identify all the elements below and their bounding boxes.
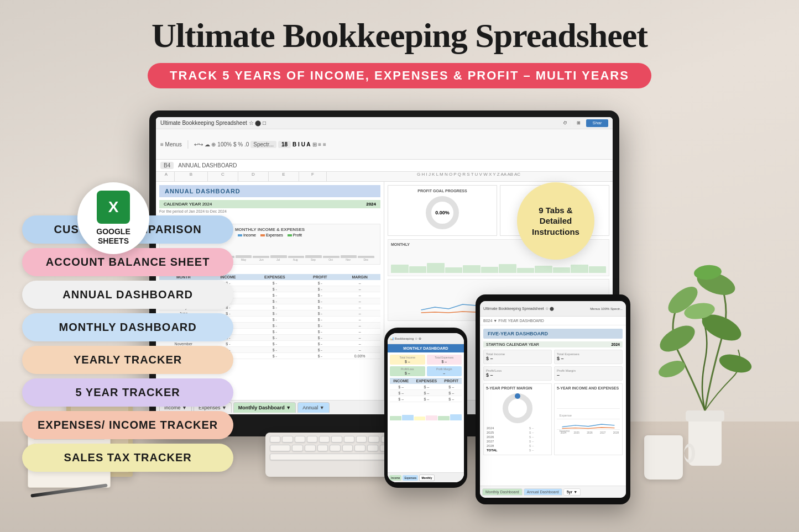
pill-5-year-tracker: 5 YEAR TRACKER (22, 378, 233, 407)
key (270, 445, 290, 451)
svg-text:2025: 2025 (573, 431, 579, 434)
key (305, 445, 316, 451)
tablet-income-expenses-card: 5-YEAR INCOME AND EXPENSES Income Expens… (554, 383, 623, 455)
tab-monthly-dashboard[interactable]: Monthly Dashboard ▼ (233, 402, 296, 413)
svg-text:Expense: Expense (560, 414, 572, 417)
phone-content: Total Income $ – Total Expenses $ – Prof… (388, 352, 464, 472)
phone-screen: 📊 Bookkeeping ☆ ⊕ MONTHLY DASHBOARD Tota… (388, 333, 464, 482)
title-area: Ultimate Bookkeeping Spreadsheet TRACK 5… (0, 17, 799, 88)
tablet-toolbar: Ultimate Bookkeeping Spreadsheet ☆ ⬤ Men… (480, 301, 626, 317)
tab-annual[interactable]: Annual ▼ (297, 402, 329, 413)
tablet-cell-margin: Profit Margin – (554, 366, 623, 381)
calendar-year-box: CALENDAR YEAR 2024 2024 (159, 200, 380, 208)
tablet-metrics-grid: Total Income $ – Total Expenses $ – Prof… (483, 350, 623, 381)
phone-tab-income[interactable]: Income (389, 475, 401, 481)
key (330, 445, 341, 451)
key (282, 436, 293, 443)
tablet-frame: Ultimate Bookkeeping Spreadsheet ☆ ⬤ Men… (476, 294, 630, 504)
tablet: Ultimate Bookkeeping Spreadsheet ☆ ⬤ Men… (476, 294, 630, 504)
tablet-cell-income: Total Income $ – (483, 350, 552, 364)
page-title: Ultimate Bookkeeping Spreadsheet (0, 17, 799, 54)
tablet-year-table: 2024$ – 2025$ – 2026$ – 2027$ – 2028$ – … (486, 426, 549, 452)
spreadsheet-toolbar: ≡ Menus | ↩↪ ☁ ⊕ 100% $ % .0 Spectr... 1… (156, 129, 613, 160)
key (331, 436, 342, 443)
sheets-label: GOOGLESHEETS (96, 227, 130, 246)
phone-row-2: Profit/Loss $ – Profit Margin – (390, 366, 462, 376)
tabs-badge-text: 9 Tabs &DetailedInstructions (532, 205, 579, 238)
key (270, 436, 280, 443)
phone-cell-profit: Profit/Loss $ – (390, 366, 425, 376)
phone-row: Total Income $ – Total Expenses $ – (390, 355, 462, 365)
phone-bar-chart (390, 404, 462, 420)
formula-text: ANNUAL DASHBOARD (178, 162, 237, 168)
pill-expenses-income: EXPENSES/ INCOME TRACKER (22, 411, 233, 439)
tablet-dashboard-title: FIVE-YEAR DASHBOARD (483, 329, 623, 339)
key (367, 445, 378, 451)
tablet-formula-bar: B024 ▼ FIVE YEAR DASHBOARD (480, 317, 626, 325)
subtitle-banner: TRACK 5 YEARS OF INCOME, EXPENSES & PROF… (148, 63, 651, 88)
phone-cell-expenses: Total Expenses $ – (427, 355, 462, 365)
pill-yearly-tracker: YEARLY TRACKER (22, 346, 233, 374)
key (319, 436, 330, 443)
ss-title-text: Ultimate Bookkeeping Spreadsheet ☆ ⬤ □ (160, 120, 266, 126)
tabs-badge: 9 Tabs &DetailedInstructions (517, 182, 594, 260)
svg-text:2024: 2024 (561, 431, 567, 434)
phone-tab-expenses[interactable]: Expenses (403, 475, 418, 481)
tablet-bottom-grid: 5-YEAR PROFIT MARGIN 2024$ – (483, 383, 623, 455)
phone-frame: 📊 Bookkeeping ☆ ⊕ MONTHLY DASHBOARD Tota… (384, 328, 467, 488)
feature-pills: CUSTOM & COMPARISON ACCOUNT BALANCE SHEE… (22, 215, 233, 472)
key (344, 436, 354, 443)
phone-toolbar: 📊 Bookkeeping ☆ ⊕ (388, 333, 464, 344)
tablet-donut-svg (501, 392, 534, 425)
period-label: For the period of Jan 2024 to Dec 2024 (159, 209, 380, 213)
key (342, 445, 353, 451)
phone-cell-income: Total Income $ – (390, 355, 425, 365)
svg-text:2028: 2028 (613, 431, 619, 434)
pill-sales-tax: SALES TAX TRACKER (22, 444, 233, 472)
tablet-cell-expenses: Total Expenses $ – (554, 350, 623, 364)
dashboard-title: ANNUAL DASHBOARD (159, 185, 380, 197)
tablet-tab-annual[interactable]: Annual Dashboard (524, 488, 562, 496)
phone-mini-table: INCOMEEXPENSESPROFIT $ –$ –$ – $ –$ –$ –… (390, 378, 462, 402)
spreadsheet-formula-bar: B4 ANNUAL DASHBOARD (156, 160, 613, 172)
profit-goal-card: PROFIT GOAL PROGRESS 0.00% (388, 185, 497, 236)
google-sheets-badge: X GOOGLESHEETS (77, 182, 149, 254)
spreadsheet-titlebar: Ultimate Bookkeeping Spreadsheet ☆ ⬤ □ ⏱… (156, 117, 613, 129)
svg-rect-1 (686, 410, 724, 422)
phone-cell-margin: Profit Margin – (427, 366, 462, 376)
svg-point-10 (505, 396, 530, 420)
svg-text:2027: 2027 (600, 431, 606, 434)
svg-point-7 (717, 351, 754, 376)
phone-tabs: Income Expenses Monthly (388, 472, 464, 482)
key (295, 436, 305, 443)
phone: 📊 Bookkeeping ☆ ⊕ MONTHLY DASHBOARD Tota… (384, 328, 467, 488)
key (307, 436, 317, 443)
profit-donut: 0.00% (426, 196, 459, 229)
svg-text:2026: 2026 (587, 431, 593, 434)
tablet-tabs[interactable]: Monthly Dashboard Annual Dashboard 5yr ▼ (480, 486, 626, 498)
tablet-cell-profit: Profit/Loss $ – (483, 366, 552, 381)
key (368, 436, 379, 443)
tablet-profit-margin-card: 5-YEAR PROFIT MARGIN 2024$ – (483, 383, 552, 455)
phone-tab-monthly[interactable]: Monthly (419, 475, 434, 481)
tablet-tab-5yr[interactable]: 5yr ▼ (563, 488, 581, 496)
tablet-year-row: STARTING CALENDAR YEAR 2024 (483, 341, 623, 347)
sheets-icon: X (97, 191, 130, 224)
tablet-content: FIVE-YEAR DASHBOARD STARTING CALENDAR YE… (480, 325, 626, 486)
key (356, 436, 367, 443)
tablet-tab-monthly[interactable]: Monthly Dashboard (482, 488, 523, 496)
key (317, 445, 328, 451)
pill-account-balance: ACCOUNT BALANCE SHEET (22, 248, 233, 276)
key (354, 445, 365, 451)
phone-header: MONTHLY DASHBOARD (388, 344, 464, 352)
key (292, 445, 303, 451)
tablet-screen: Ultimate Bookkeeping Spreadsheet ☆ ⬤ Men… (480, 301, 626, 498)
mug (644, 435, 688, 485)
column-headers: A B C D E F G H I J K L M N O P Q R S T … (156, 172, 613, 182)
pill-monthly-dashboard: MONTHLY DASHBOARD (22, 313, 233, 341)
tablet-line-chart: Income Expense 2024 2025 2026 2027 2028 (557, 392, 620, 436)
pill-annual-dashboard: ANNUAL DASHBOARD (22, 281, 233, 309)
